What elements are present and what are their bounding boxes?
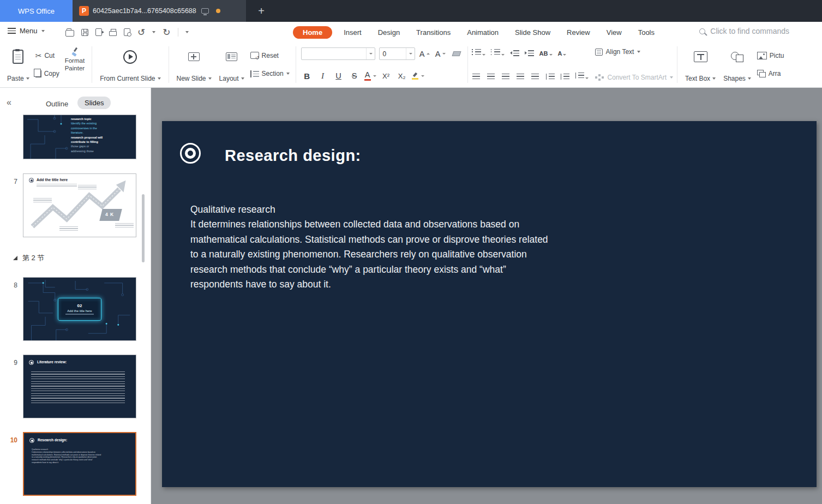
tab-animation[interactable]: Animation <box>459 26 507 39</box>
font-color-label: A <box>365 71 370 79</box>
redo-icon[interactable]: ↻ <box>163 28 170 37</box>
slide7-title: Add the title here <box>37 178 68 182</box>
decrease-font-size-button[interactable]: A <box>435 48 447 60</box>
font-name-combo[interactable] <box>301 47 375 60</box>
tab-review[interactable]: Review <box>559 26 598 39</box>
menu-row: Menu ↺ ↻ Home Insert Design Transitions … <box>0 22 822 43</box>
highlight-button[interactable] <box>412 70 424 82</box>
tab-tools[interactable]: Tools <box>630 26 663 39</box>
bold-button[interactable]: B <box>301 70 313 82</box>
sidebar-scrollbar[interactable] <box>142 194 145 262</box>
tab-transitions[interactable]: Transitions <box>408 26 459 39</box>
superscript-button[interactable]: X² <box>380 70 392 82</box>
arrange-button[interactable]: Arra <box>757 70 784 77</box>
slide8-number-text: 02 <box>77 303 82 308</box>
document-tab[interactable]: P 60425aec1b7a4...6765408c65688 <box>73 0 246 22</box>
wps-office-tab[interactable]: WPS Office <box>0 0 73 22</box>
font-name-dropdown[interactable] <box>366 48 375 59</box>
titlebar: WPS Office P 60425aec1b7a4...6765408c656… <box>0 0 822 22</box>
bullets-button[interactable] <box>472 48 485 58</box>
print-preview-icon[interactable] <box>124 28 130 36</box>
group-divider <box>677 46 677 83</box>
slide-canvas[interactable]: Research design: Qualitative research It… <box>162 121 817 487</box>
editing-canvas[interactable]: Research design: Qualitative research It… <box>151 88 822 504</box>
new-slide-chevron-icon <box>208 77 212 80</box>
tab-design[interactable]: Design <box>370 26 408 39</box>
insert-group: Text Box Shapes Pictu Arra <box>681 45 786 84</box>
align-right-icon <box>502 74 509 80</box>
save-icon[interactable] <box>81 29 88 36</box>
reset-button[interactable]: Reset <box>250 52 290 59</box>
paragraph-spacing-button[interactable] <box>560 73 569 80</box>
ribbon-tabs: Home Insert Design Transitions Animation… <box>293 25 663 39</box>
spacing-options-button[interactable] <box>575 71 589 81</box>
align-left-button[interactable] <box>472 73 481 80</box>
shapes-button[interactable]: Shapes <box>719 45 755 84</box>
align-left-icon <box>472 74 480 80</box>
undo-chevron-icon[interactable] <box>152 31 155 33</box>
slide-thumbnail-7[interactable]: Add the title here 4 K <box>23 173 136 237</box>
font-color-swatch <box>364 79 371 81</box>
undo-icon[interactable]: ↺ <box>137 28 145 37</box>
slide10-body-text: Qualitative research It determines relat… <box>32 448 118 464</box>
character-spacing-button[interactable]: AB <box>539 48 553 58</box>
increase-font-size-button[interactable]: A <box>419 48 431 60</box>
clear-formatting-button[interactable] <box>451 48 463 60</box>
line-spacing-button[interactable] <box>545 73 555 80</box>
font-size-dropdown[interactable] <box>406 48 415 59</box>
subscript-button[interactable]: X₂ <box>396 70 408 82</box>
section-triangle-icon <box>13 256 17 260</box>
slide-thumbnail-10-selected[interactable]: Research design: Qualitative research It… <box>23 432 136 496</box>
justify-button[interactable] <box>516 73 525 80</box>
align-text-button[interactable]: Align Text <box>595 48 673 56</box>
italic-button[interactable]: I <box>317 70 329 82</box>
new-tab-button[interactable]: + <box>251 0 271 22</box>
customize-toolbar-chevron-icon[interactable] <box>185 31 189 33</box>
section-button[interactable]: Section <box>250 70 290 77</box>
tab-slide-show[interactable]: Slide Show <box>507 26 559 39</box>
slide-thumbnail-6[interactable]: research topic Identify the existing con… <box>23 115 136 159</box>
text-box-button[interactable]: Text Box <box>681 45 719 84</box>
picture-button[interactable]: Pictu <box>757 52 784 59</box>
sort-label: A <box>558 50 562 57</box>
increase-indent-button[interactable] <box>525 50 534 57</box>
font-color-button[interactable]: A <box>364 70 376 82</box>
align-right-button[interactable] <box>501 73 511 80</box>
new-slide-button[interactable]: New Slide <box>173 45 215 84</box>
command-search[interactable]: Click to find commands <box>699 27 789 35</box>
tab-home[interactable]: Home <box>293 26 332 39</box>
slide-body-text[interactable]: Qualitative research It determines relat… <box>190 202 578 292</box>
distribute-button[interactable] <box>531 73 540 80</box>
layout-button[interactable]: Layout <box>215 45 248 84</box>
highlight-chevron-icon <box>421 75 424 77</box>
tab-view[interactable]: View <box>598 26 630 39</box>
tab-slides[interactable]: Slides <box>77 97 111 109</box>
paste-button[interactable]: Paste <box>3 45 33 84</box>
shapes-icon <box>730 51 744 63</box>
tab-outline[interactable]: Outline <box>46 100 68 108</box>
section-header[interactable]: 第 2 节 <box>13 253 44 263</box>
numbering-button[interactable] <box>491 48 505 58</box>
copy-button[interactable]: Copy <box>35 70 59 77</box>
slide8-title: Add the title here <box>67 309 92 313</box>
from-current-slide-button[interactable]: From Current Slide <box>96 45 164 84</box>
print-icon[interactable] <box>109 31 117 36</box>
collapse-panel-button[interactable]: « <box>7 98 11 107</box>
slide-title[interactable]: Research design: <box>225 147 361 165</box>
convert-to-smartart-button[interactable]: Convert To SmartArt <box>595 74 673 81</box>
open-file-icon[interactable] <box>65 30 74 37</box>
strikethrough-button[interactable]: S <box>349 70 361 82</box>
align-center-button[interactable] <box>487 73 496 80</box>
menu-button[interactable]: Menu <box>8 27 45 35</box>
export-icon[interactable] <box>95 28 102 36</box>
underline-button[interactable]: U <box>333 70 345 82</box>
distribute-icon <box>531 74 539 80</box>
slide-thumbnail-8[interactable]: 02 Add the title here <box>23 277 136 341</box>
tab-insert[interactable]: Insert <box>335 26 370 39</box>
sort-text-button[interactable]: A <box>558 48 567 58</box>
slide-thumbnail-9[interactable]: Literature review: <box>23 355 136 418</box>
font-size-combo[interactable]: 0 <box>379 47 415 60</box>
cut-button[interactable]: ✂ Cut <box>35 52 59 59</box>
decrease-indent-button[interactable] <box>510 50 519 57</box>
format-painter-button[interactable]: Format Painter <box>62 45 88 84</box>
